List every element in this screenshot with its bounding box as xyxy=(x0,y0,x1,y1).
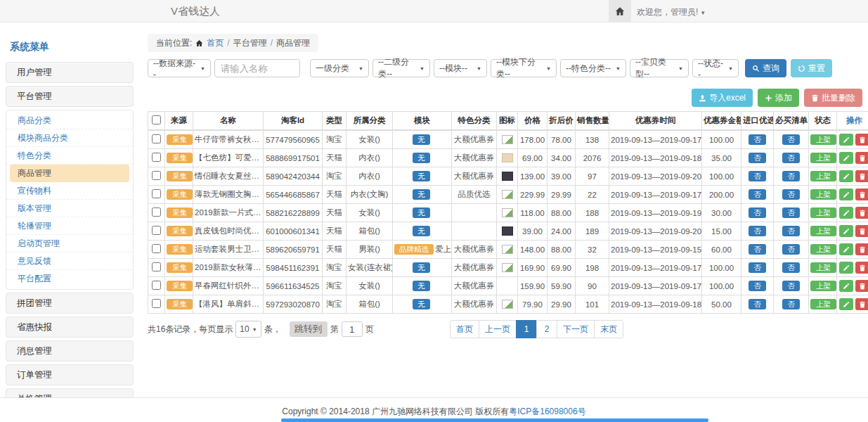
edit-button[interactable] xyxy=(839,298,853,310)
row-checkbox[interactable] xyxy=(152,244,161,253)
page-1-button[interactable]: 1 xyxy=(516,320,537,338)
edit-button[interactable] xyxy=(839,243,853,255)
user-menu[interactable]: 欢迎您，管理员!▼ xyxy=(637,6,706,18)
sidebar-item-splash-mgmt[interactable]: 启动页管理 xyxy=(6,235,133,252)
module-badge[interactable]: 无 xyxy=(413,189,430,200)
delete-button[interactable] xyxy=(855,170,868,182)
icp-link[interactable]: 粤ICP备16098006号 xyxy=(509,407,585,416)
next-page-button[interactable]: 下一页 xyxy=(557,320,595,338)
row-checkbox[interactable] xyxy=(152,189,161,198)
must-buy-toggle[interactable]: 否 xyxy=(782,153,800,163)
must-buy-toggle[interactable]: 否 xyxy=(782,134,800,145)
module-badge[interactable]: 无 xyxy=(413,281,430,291)
row-checkbox[interactable] xyxy=(152,171,161,180)
sidebar-item-message-mgmt[interactable]: 消息管理 xyxy=(6,340,134,362)
sidebar-item-carousel-mgmt[interactable]: 轮播管理 xyxy=(6,217,133,235)
sidebar-item-savings-express[interactable]: 省惠快报 xyxy=(6,316,134,338)
add-button[interactable]: 添加 xyxy=(758,89,799,107)
edit-button[interactable] xyxy=(839,134,853,146)
edit-button[interactable] xyxy=(839,170,853,182)
module-badge[interactable]: 无 xyxy=(413,299,430,309)
query-button[interactable]: 查询 xyxy=(745,59,786,77)
must-buy-toggle[interactable]: 否 xyxy=(782,299,800,309)
sidebar-item-product-mgmt[interactable]: 商品管理 xyxy=(10,165,129,182)
sidebar-item-user-mgmt[interactable]: 用户管理 xyxy=(6,62,134,83)
edit-button[interactable] xyxy=(839,207,853,219)
sidebar-item-product-category[interactable]: 商品分类 xyxy=(6,112,133,129)
must-buy-toggle[interactable]: 否 xyxy=(782,244,800,255)
row-checkbox[interactable] xyxy=(152,134,161,143)
status-toggle[interactable]: 上架 xyxy=(810,189,836,200)
delete-button[interactable] xyxy=(855,262,868,274)
edit-button[interactable] xyxy=(839,152,853,164)
status-toggle[interactable]: 上架 xyxy=(810,262,836,273)
must-buy-toggle[interactable]: 否 xyxy=(782,171,800,181)
bottom-scrollbar[interactable] xyxy=(281,418,708,422)
import-select-toggle[interactable]: 否 xyxy=(749,244,766,255)
sidebar-item-platform-mgmt[interactable]: 平台管理 xyxy=(6,86,134,107)
sidebar-item-module-product-category[interactable]: 模块商品分类 xyxy=(6,129,133,147)
must-buy-toggle[interactable]: 否 xyxy=(782,207,800,218)
import-select-toggle[interactable]: 否 xyxy=(749,299,766,309)
status-toggle[interactable]: 上架 xyxy=(810,207,836,218)
category1-select[interactable]: 一级分类▼ xyxy=(310,59,369,77)
delete-button[interactable] xyxy=(855,152,868,164)
import-select-toggle[interactable]: 否 xyxy=(749,262,766,273)
must-buy-toggle[interactable]: 否 xyxy=(782,262,800,273)
must-buy-toggle[interactable]: 否 xyxy=(782,281,800,291)
prev-page-button[interactable]: 上一页 xyxy=(479,320,517,338)
module-badge[interactable]: 品牌精选 xyxy=(394,244,434,255)
last-page-button[interactable]: 末页 xyxy=(594,320,623,338)
row-checkbox[interactable] xyxy=(152,153,161,162)
module-badge[interactable]: 无 xyxy=(413,134,430,145)
status-toggle[interactable]: 上架 xyxy=(810,134,836,145)
sidebar-item-promo-material[interactable]: 宣传物料 xyxy=(6,182,133,200)
edit-button[interactable] xyxy=(839,225,853,237)
import-excel-button[interactable]: 导入excel xyxy=(692,89,753,107)
status-toggle[interactable]: 上架 xyxy=(810,153,836,163)
import-select-toggle[interactable]: 否 xyxy=(749,207,766,218)
feature-select[interactable]: --特色分类--▼ xyxy=(560,59,626,77)
breadcrumb-home-link[interactable]: 首页 xyxy=(207,37,224,49)
import-select-toggle[interactable]: 否 xyxy=(749,189,766,200)
sidebar-item-version-mgmt[interactable]: 版本管理 xyxy=(6,200,133,217)
status-toggle[interactable]: 上架 xyxy=(810,299,836,309)
import-select-toggle[interactable]: 否 xyxy=(749,134,766,145)
sidebar-item-exchange-mgmt[interactable]: 兑换管理 xyxy=(6,388,134,397)
module-sub-select[interactable]: --模块下分类--▼ xyxy=(491,59,557,77)
status-toggle[interactable]: 上架 xyxy=(810,171,836,181)
home-button[interactable] xyxy=(609,0,631,22)
delete-button[interactable] xyxy=(855,280,868,292)
module-select[interactable]: --模块--▼ xyxy=(434,59,487,77)
status-toggle[interactable]: 上架 xyxy=(810,244,836,255)
select-all-checkbox[interactable] xyxy=(152,115,161,124)
row-checkbox[interactable] xyxy=(152,299,161,308)
module-badge[interactable]: 无 xyxy=(413,226,430,236)
must-buy-toggle[interactable]: 否 xyxy=(782,189,800,200)
must-buy-toggle[interactable]: 否 xyxy=(782,226,800,236)
status-toggle[interactable]: 上架 xyxy=(810,281,836,291)
module-badge[interactable]: 无 xyxy=(413,207,430,218)
reset-button[interactable]: 重置 xyxy=(791,59,832,77)
delete-button[interactable] xyxy=(855,188,868,200)
row-checkbox[interactable] xyxy=(152,281,161,290)
row-checkbox[interactable] xyxy=(152,207,161,217)
sidebar-item-groupbuy-mgmt[interactable]: 拼团管理 xyxy=(6,293,134,314)
sidebar-item-order-mgmt[interactable]: 订单管理 xyxy=(6,364,134,385)
sidebar-item-platform-config[interactable]: 平台配置 xyxy=(6,270,133,288)
sidebar-item-feature-category[interactable]: 特色分类 xyxy=(6,147,133,165)
page-number-input[interactable] xyxy=(342,321,363,337)
delete-button[interactable] xyxy=(855,243,868,255)
import-select-toggle[interactable]: 否 xyxy=(749,171,766,181)
import-select-toggle[interactable]: 否 xyxy=(749,226,766,236)
row-checkbox[interactable] xyxy=(152,226,161,235)
jump-button[interactable]: 跳转到 xyxy=(290,321,328,337)
page-2-button[interactable]: 2 xyxy=(536,320,557,338)
delete-button[interactable] xyxy=(855,134,868,146)
batch-delete-button[interactable]: 批量删除 xyxy=(804,89,862,107)
status-select[interactable]: --状态--▼ xyxy=(692,59,739,77)
item-type-select[interactable]: --宝贝类型--▼ xyxy=(630,59,689,77)
row-checkbox[interactable] xyxy=(152,262,161,271)
edit-button[interactable] xyxy=(839,262,853,274)
import-select-toggle[interactable]: 否 xyxy=(749,281,766,291)
